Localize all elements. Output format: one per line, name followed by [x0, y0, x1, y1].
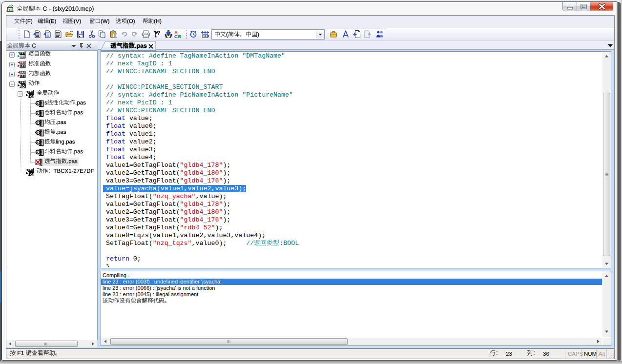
- svg-text:B: B: [178, 34, 182, 39]
- svg-text:?: ?: [157, 30, 160, 37]
- svg-text:C: C: [174, 34, 178, 39]
- svg-text:1010: 1010: [203, 35, 209, 38]
- svg-text:C: C: [9, 8, 12, 12]
